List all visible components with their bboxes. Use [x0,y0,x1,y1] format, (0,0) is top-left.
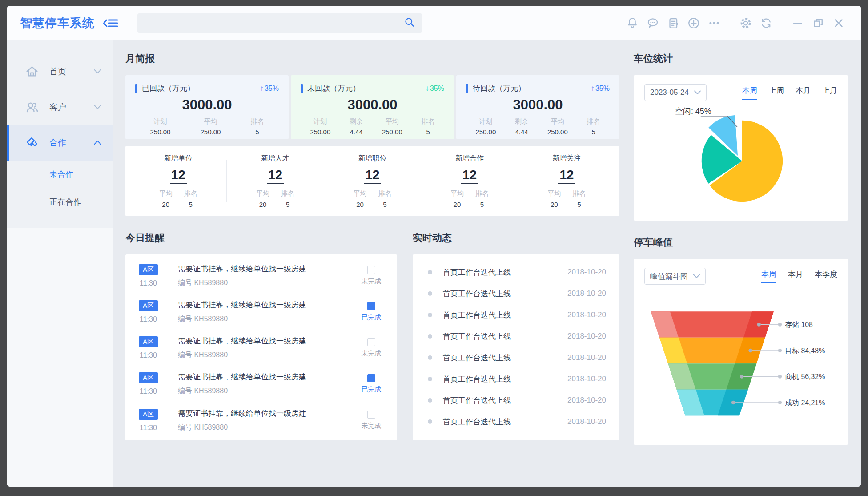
card-stat-label: 平均 [200,117,221,126]
zone-badge: A区 [139,409,158,420]
kpi-value: 12 [170,168,187,184]
card-delta-value: 35% [595,85,610,93]
chevron-down-icon [693,274,700,278]
card-stat-value: 5 [422,128,435,136]
card-stat-value: 250.00 [547,128,568,136]
kpi-rank: 排名5 [184,190,197,208]
reminder-time: 11:30 [139,387,157,395]
sidebar-item-cooperation[interactable]: 合作 [7,125,113,161]
zone-badge: A区 [139,300,158,311]
reminder-code: 编号 KH589880 [178,351,357,360]
kpi-rank-value: 5 [378,201,392,208]
card-header: 待回款（万元）↑35% [466,83,610,93]
parking-tab-0[interactable]: 本周 [742,85,757,100]
leader-dot-icon [778,401,782,404]
monthly-card-0: 已回款（万元）↑35%3000.00计划250.00平均250.00排名5 [125,75,289,139]
kpi-label: 新增关注 [518,154,615,163]
reminder-time: 11:30 [139,279,157,287]
minimize-icon[interactable] [788,13,808,33]
comment-icon[interactable] [643,13,663,33]
date-select[interactable]: 2023-05-24 [644,84,707,101]
kpi-avg: 平均20 [450,190,464,208]
kpi-avg-value: 20 [450,201,464,208]
card-stat-label: 剩余 [350,117,363,126]
peak-tab-2[interactable]: 本季度 [815,269,837,283]
reminder-body: 需要证书挂靠，继续给单位找一级房建编号 KH589880 [178,336,357,360]
maximize-icon[interactable] [808,13,828,33]
kpi-rank-value: 5 [281,201,294,208]
sidebar-subitem-1[interactable]: 正在合作 [7,188,113,216]
close-icon[interactable] [828,13,849,33]
feed-row: 首页工作台迭代上线2018-10-20 [428,390,606,411]
pie-annotation: 空闲: 45% [675,107,711,116]
card-delta: ↑35% [260,84,279,93]
search-input[interactable] [144,13,403,33]
reminder-code: 编号 KH589880 [178,315,357,324]
peak-panel: 峰值漏斗图 本周本月本季度 存储 108目标 84,48%商机 56,32%成功… [634,259,848,445]
card-delta: ↑35% [591,84,610,93]
peak-tab-0[interactable]: 本周 [761,269,776,283]
parking-stats-title: 车位统计 [634,52,848,65]
reminder-time: 11:30 [139,315,157,323]
feed-text: 首页工作台迭代上线 [443,417,567,427]
checkbox-checked[interactable] [367,302,375,310]
funnel-label: 商机 56,32% [785,373,825,380]
refresh-icon[interactable] [756,13,776,33]
bell-icon[interactable] [622,13,643,33]
chevron-down-icon [694,90,701,95]
bullet-dot-icon [428,355,432,360]
sidebar-subitem-0[interactable]: 未合作 [7,161,113,188]
plus-circle-icon[interactable] [683,13,704,33]
parking-tab-3[interactable]: 上月 [822,85,837,100]
peak-tab-1[interactable]: 本月 [788,269,803,283]
card-stat: 剩余4.44 [350,117,363,136]
monthly-cards: 已回款（万元）↑35%3000.00计划250.00平均250.00排名5未回款… [125,75,619,139]
parking-tab-1[interactable]: 上周 [769,85,784,100]
kpi-avg: 平均20 [256,190,269,208]
card-stat-label: 平均 [547,117,568,126]
card-stats: 计划250.00剩余4.44平均250.00排名5 [466,117,610,136]
sidebar-item-customers[interactable]: 客户 [7,89,113,125]
reminder-row: A区11:30需要证书挂靠，继续给单位找一级房建编号 KH589880未完成 [139,330,386,366]
checkbox-unchecked[interactable] [367,266,375,274]
funnel-label: 存储 108 [785,321,813,328]
users-icon [24,100,40,114]
checkbox-unchecked[interactable] [367,338,375,346]
sidebar-collapse-icon[interactable] [103,15,119,31]
card-stat-label: 剩余 [515,117,528,126]
card-value: 3000.00 [301,97,444,113]
reminder-status-block: 未完成 [357,338,386,358]
parking-tab-2[interactable]: 本月 [796,85,811,100]
card-stat: 排名5 [587,117,600,136]
kpi-avg: 平均20 [547,190,561,208]
card-stat: 排名5 [250,117,264,136]
kpi-rank-label: 排名 [378,190,392,198]
sidebar-item-home[interactable]: 首页 [7,54,113,89]
reminder-status-label: 未完成 [362,349,382,358]
document-icon[interactable] [663,13,683,33]
feed-text: 首页工作台迭代上线 [443,331,567,342]
feed-date: 2018-10-20 [567,311,606,319]
kpi-rank-label: 排名 [572,190,586,198]
card-label: 已回款（万元） [142,83,195,93]
search-icon[interactable] [403,16,416,30]
reminder-status-label: 未完成 [362,422,382,430]
settings-icon[interactable] [735,13,756,33]
feed-text: 首页工作台迭代上线 [443,267,567,278]
handshake-icon [24,136,40,150]
reminder-meta: A区11:30 [139,409,178,432]
feed-row: 首页工作台迭代上线2018-10-20 [428,283,606,304]
checkbox-checked[interactable] [367,374,375,382]
monthly-card-2: 待回款（万元）↑35%3000.00计划250.00剩余4.44平均250.00… [456,75,619,139]
leader-dot-icon [731,401,735,404]
kpi-2: 新增职位12平均20排名5 [324,154,421,208]
reminder-row: A区11:30需要证书挂靠，继续给单位找一级房建编号 KH589880已完成 [139,294,386,330]
kpi-rank-value: 5 [475,201,489,208]
funnel-type-select[interactable]: 峰值漏斗图 [644,268,706,285]
feed-title: 实时动态 [413,231,619,245]
card-stat-value: 250.00 [475,128,496,136]
checkbox-unchecked[interactable] [367,411,375,419]
ellipsis-icon[interactable] [704,13,724,33]
kpi-avg: 平均20 [354,190,367,208]
kpi-1: 新增人才12平均20排名5 [227,154,323,208]
